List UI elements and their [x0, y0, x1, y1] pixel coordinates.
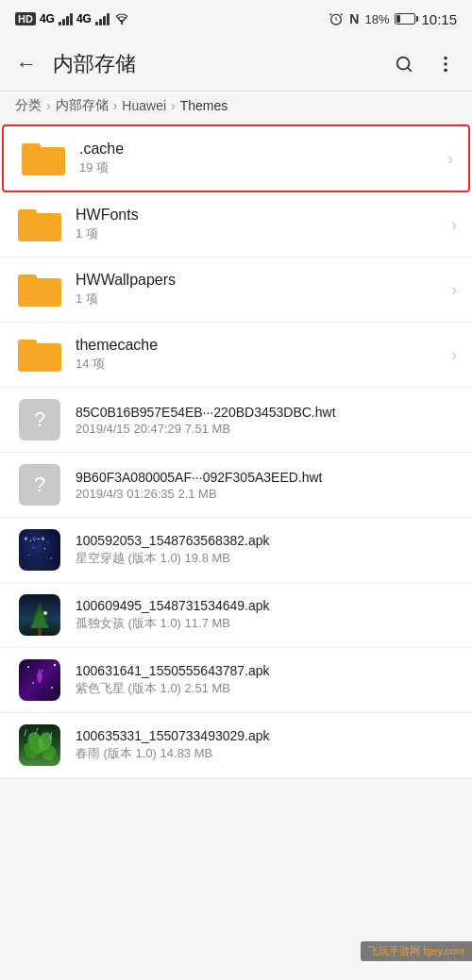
- status-network: HD 4G 4G: [15, 12, 130, 25]
- file-name: .cache: [79, 141, 440, 158]
- svg-point-13: [40, 557, 41, 558]
- file-name: 100592053_1548763568382.apk: [76, 533, 457, 548]
- chevron-right-icon: ›: [451, 215, 457, 235]
- signal-bar: [95, 22, 98, 25]
- file-info: HWFonts 1 项: [64, 207, 444, 242]
- spring-graphic: [19, 724, 60, 766]
- file-info: 85C0B16B957E54EB···220BD3453DBC.hwt 2019…: [64, 405, 457, 436]
- breadcrumb-item-3[interactable]: Themes: [180, 98, 228, 113]
- file-info: 100635331_1550733493029.apk 春雨 (版本 1.0) …: [64, 728, 457, 762]
- file-meta: 紫色飞星 (版本 1.0) 2.51 MB: [76, 680, 457, 697]
- apk-thumbnail: [15, 659, 64, 701]
- chevron-right-icon: ›: [451, 280, 457, 300]
- folder-shape: [22, 141, 65, 175]
- list-item[interactable]: themecache 14 项 ›: [0, 323, 472, 388]
- svg-point-23: [51, 687, 53, 689]
- breadcrumb-sep-1: ›: [113, 98, 118, 113]
- file-meta: 1 项: [76, 225, 444, 242]
- watermark: 飞玩手游网 fgey.com: [361, 941, 472, 961]
- file-meta: 春雨 (版本 1.0) 14.83 MB: [76, 745, 457, 762]
- list-item[interactable]: 100609495_1548731534649.apk 孤独女孩 (版本 1.0…: [0, 583, 472, 648]
- svg-point-18: [43, 611, 47, 615]
- battery-icon: [395, 13, 415, 25]
- wifi-icon: [113, 12, 130, 25]
- nfc-icon: N: [349, 11, 359, 26]
- file-icon-unknown: ?: [15, 399, 64, 440]
- forest-graphic: [19, 594, 60, 636]
- signal-bar: [62, 19, 65, 25]
- file-name: 100631641_1550555643787.apk: [76, 663, 457, 678]
- signal-bar: [99, 19, 102, 25]
- apk-thumbnail: [15, 529, 64, 571]
- list-item[interactable]: .cache 19 项 ›: [2, 125, 470, 192]
- signal-bar: [107, 13, 110, 25]
- breadcrumb: 分类 › 内部存储 › Huawei › Themes: [0, 91, 472, 124]
- apk-purple-thumb: [19, 659, 60, 701]
- list-item[interactable]: HWWallpapers 1 项 ›: [0, 257, 472, 323]
- signal-bar: [66, 16, 69, 25]
- folder-icon: [15, 269, 64, 310]
- file-name: HWWallpapers: [76, 272, 444, 289]
- svg-point-22: [32, 682, 34, 684]
- search-button[interactable]: [385, 45, 423, 83]
- breadcrumb-item-1[interactable]: 内部存储: [56, 97, 109, 114]
- page-title: 内部存储: [53, 50, 378, 78]
- apk-thumbnail: [15, 724, 64, 766]
- file-meta: 2019/4/3 01:26:35 2.1 MB: [76, 487, 457, 501]
- signal-4g-1: 4G: [40, 12, 55, 25]
- list-item[interactable]: 100592053_1548763568382.apk 星空穿越 (版本 1.0…: [0, 518, 472, 583]
- svg-point-9: [33, 547, 34, 548]
- file-info: HWWallpapers 1 项: [64, 272, 444, 307]
- svg-point-2: [397, 58, 410, 70]
- file-name: 100609495_1548731534649.apk: [76, 598, 457, 613]
- file-info: .cache 19 项: [68, 141, 440, 176]
- search-icon: [394, 54, 414, 75]
- svg-line-29: [25, 729, 26, 736]
- apk-stars-thumb: [19, 529, 60, 571]
- file-name: themecache: [76, 337, 444, 354]
- folder-shape: [18, 208, 61, 241]
- file-name: HWFonts: [76, 207, 444, 224]
- apk-forest-thumb: [19, 594, 60, 636]
- svg-point-19: [27, 666, 29, 668]
- list-item[interactable]: HWFonts 1 项 ›: [0, 192, 472, 257]
- folder-shape: [18, 273, 61, 307]
- apk-spring-thumb: [19, 724, 60, 766]
- file-list: .cache 19 项 › HWFonts 1 项 › HWWallpapers…: [0, 125, 472, 778]
- breadcrumb-sep-0: ›: [46, 98, 51, 113]
- file-info: 9B60F3A080005AF···092F305A3EED.hwt 2019/…: [64, 470, 457, 501]
- list-item[interactable]: 100635331_1550733493029.apk 春雨 (版本 1.0) …: [0, 713, 472, 778]
- signal-bar: [103, 16, 106, 25]
- more-options-button[interactable]: [427, 45, 464, 83]
- purple-graphic: [19, 659, 60, 701]
- toolbar: ← 内部存储: [0, 38, 472, 91]
- folder-icon: [15, 204, 64, 245]
- file-icon-unknown: ?: [15, 464, 64, 506]
- chevron-right-icon: ›: [447, 149, 453, 169]
- toolbar-actions: [385, 45, 464, 83]
- file-info: themecache 14 项: [64, 337, 444, 373]
- file-meta: 1 项: [76, 291, 444, 307]
- list-item[interactable]: 100631641_1550555643787.apk 紫色飞星 (版本 1.0…: [0, 648, 472, 713]
- signal-bars-2: [95, 12, 110, 25]
- folder-icon: [19, 138, 68, 179]
- breadcrumb-sep-2: ›: [171, 98, 176, 113]
- breadcrumb-item-0[interactable]: 分类: [15, 97, 42, 114]
- back-button[interactable]: ←: [8, 45, 45, 83]
- breadcrumb-item-2[interactable]: Huawei: [122, 98, 166, 113]
- status-indicators: N 18% 10:15: [329, 11, 457, 27]
- file-name: 85C0B16B957E54EB···220BD3453DBC.hwt: [76, 405, 457, 420]
- apk-thumbnail: [15, 594, 64, 636]
- file-meta: 14 项: [76, 356, 444, 373]
- file-meta: 星空穿越 (版本 1.0) 19.8 MB: [76, 550, 457, 567]
- svg-point-8: [47, 541, 48, 542]
- status-bar: HD 4G 4G N 18: [0, 0, 472, 38]
- unknown-file-icon: ?: [19, 399, 60, 440]
- list-item[interactable]: ? 85C0B16B957E54EB···220BD3453DBC.hwt 20…: [0, 388, 472, 453]
- file-name: 9B60F3A080005AF···092F305A3EED.hwt: [76, 470, 457, 485]
- svg-point-0: [121, 23, 123, 25]
- stars-graphic: [25, 536, 54, 564]
- svg-rect-17: [38, 628, 42, 636]
- list-item[interactable]: ? 9B60F3A080005AF···092F305A3EED.hwt 201…: [0, 453, 472, 518]
- file-info: 100631641_1550555643787.apk 紫色飞星 (版本 1.0…: [64, 663, 457, 697]
